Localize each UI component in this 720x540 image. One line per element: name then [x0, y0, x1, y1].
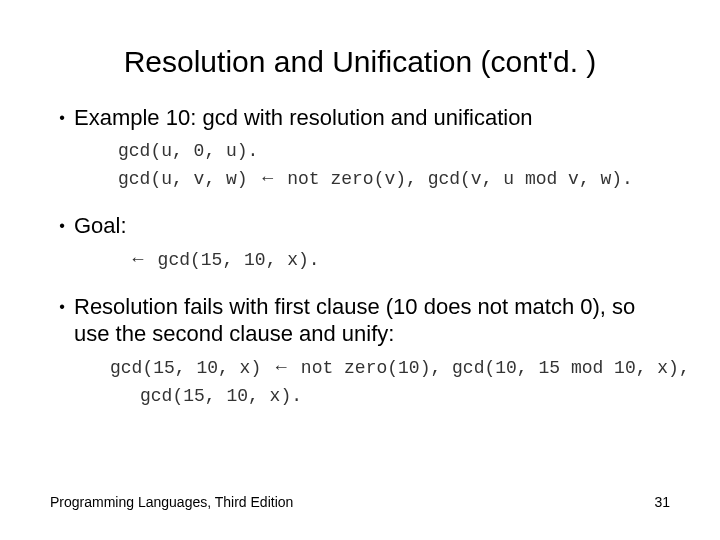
- code-rhs: not zero(v), gcd(v, u mod v, w).: [276, 169, 632, 189]
- left-arrow-icon: ←: [129, 249, 147, 269]
- bullet-item-3: • Resolution fails with first clause (10…: [50, 293, 670, 348]
- slide-title: Resolution and Unification (cont'd. ): [50, 0, 670, 104]
- bullet-dot: •: [50, 293, 74, 348]
- slide: Resolution and Unification (cont'd. ) • …: [0, 0, 720, 540]
- code-pre: [118, 250, 129, 270]
- bullet-text-3: Resolution fails with first clause (10 d…: [74, 293, 670, 348]
- code-line: gcd(u, v, w) ← not zero(v), gcd(v, u mod…: [118, 165, 670, 194]
- code-lhs: gcd(15, 10, x): [110, 358, 272, 378]
- code-unification: gcd(15, 10, x) ← not zero(10), gcd(10, 1…: [110, 354, 670, 411]
- bullet-text-1: Example 10: gcd with resolution and unif…: [74, 104, 670, 132]
- code-line: ← gcd(15, 10, x).: [118, 246, 670, 275]
- bullet-dot: •: [50, 104, 74, 132]
- bullet-list: • Example 10: gcd with resolution and un…: [50, 104, 670, 410]
- left-arrow-icon: ←: [272, 357, 290, 377]
- slide-number: 31: [654, 494, 670, 510]
- footer-left: Programming Languages, Third Edition: [50, 494, 293, 510]
- bullet-item-1: • Example 10: gcd with resolution and un…: [50, 104, 670, 132]
- bullet-dot: •: [50, 212, 74, 240]
- code-line: gcd(15, 10, x).: [110, 383, 670, 411]
- code-definition: gcd(u, 0, u).gcd(u, v, w) ← not zero(v),…: [118, 138, 670, 195]
- bullet-item-2: • Goal:: [50, 212, 670, 240]
- bullet-text-2: Goal:: [74, 212, 670, 240]
- code-lhs: gcd(u, v, w): [118, 169, 258, 189]
- code-goal-body: gcd(15, 10, x).: [147, 250, 320, 270]
- left-arrow-icon: ←: [258, 168, 276, 188]
- code-line: gcd(u, 0, u).: [118, 138, 670, 166]
- slide-footer: Programming Languages, Third Edition 31: [50, 494, 670, 510]
- code-goal: ← gcd(15, 10, x).: [118, 246, 670, 275]
- code-rhs: not zero(10), gcd(10, 15 mod 10, x),: [290, 358, 690, 378]
- code-line: gcd(15, 10, x) ← not zero(10), gcd(10, 1…: [110, 354, 670, 383]
